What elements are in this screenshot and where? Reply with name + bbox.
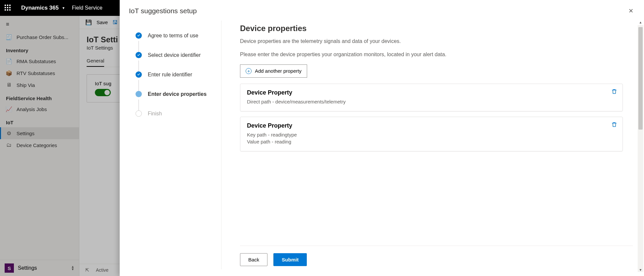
nav-rtv-substatuses[interactable]: 📦 RTV Substatuses bbox=[0, 67, 79, 79]
add-property-label: Add another property bbox=[255, 68, 302, 74]
nav-device-categories[interactable]: 🗂 Device Categories bbox=[0, 139, 79, 151]
add-property-button[interactable]: + Add another property bbox=[240, 64, 307, 78]
nav-item-label: Settings bbox=[17, 131, 34, 136]
area-switch-icon[interactable]: ▲▼ bbox=[71, 265, 74, 271]
area-label: Settings bbox=[18, 265, 67, 271]
step-done-icon bbox=[136, 71, 142, 78]
nav-group-inventory: Inventory bbox=[0, 43, 79, 55]
category-icon: 🗂 bbox=[6, 142, 12, 148]
nav-rma-substatuses[interactable]: 📄 RMA Substatuses bbox=[0, 55, 79, 67]
nav-footer[interactable]: S Settings ▲▼ bbox=[0, 260, 79, 276]
save-close-icon[interactable]: 🖫 bbox=[112, 20, 118, 25]
step-current-icon bbox=[136, 91, 142, 97]
nav-item-label: RMA Substatuses bbox=[17, 59, 56, 64]
step-done-icon bbox=[136, 32, 142, 39]
wizard-stepper: Agree to terms of use Select device iden… bbox=[136, 20, 221, 269]
step-device-properties[interactable]: Enter device properties bbox=[136, 91, 221, 97]
nav-item-label: Ship Via bbox=[17, 82, 35, 88]
record-state: Active bbox=[96, 267, 108, 273]
delete-icon[interactable] bbox=[611, 89, 617, 96]
app-name[interactable]: Field Service bbox=[72, 5, 102, 11]
panel-footer: Back Submit bbox=[240, 246, 633, 269]
step-pending-icon bbox=[136, 110, 142, 117]
device-property-card[interactable]: Device Property Key path - readingtype V… bbox=[240, 117, 623, 151]
scroll-thumb[interactable] bbox=[638, 27, 643, 130]
device-property-card[interactable]: Device Property Direct path - device/mea… bbox=[240, 84, 623, 111]
property-line: Value path - reading bbox=[247, 139, 616, 144]
hamburger-icon[interactable]: ≡ bbox=[0, 18, 79, 31]
nav-ship-via[interactable]: 🖥 Ship Via bbox=[0, 79, 79, 91]
form-heading: Device properties bbox=[240, 24, 623, 33]
analysis-icon: 📈 bbox=[6, 106, 12, 112]
step-label: Select device identifier bbox=[148, 52, 201, 58]
nav-item-label: Device Categories bbox=[17, 142, 57, 148]
step-label: Enter device properties bbox=[148, 91, 207, 97]
form-description-2: Please enter the device properties your … bbox=[240, 51, 623, 58]
property-title: Device Property bbox=[247, 122, 616, 129]
step-finish[interactable]: Finish bbox=[136, 110, 221, 117]
scroll-up-icon[interactable]: ▲ bbox=[638, 20, 643, 24]
nav-item-label: Analysis Jobs bbox=[17, 106, 47, 112]
save-button[interactable]: Save bbox=[97, 20, 108, 25]
delete-icon[interactable] bbox=[611, 122, 617, 129]
receipt-icon: 🧾 bbox=[6, 34, 12, 40]
scroll-down-icon[interactable]: ▼ bbox=[638, 267, 643, 272]
waffle-icon[interactable] bbox=[5, 5, 11, 11]
back-button[interactable]: Back bbox=[240, 253, 267, 266]
left-nav: ≡ 🧾 Purchase Order Subs... Inventory 📄 R… bbox=[0, 16, 79, 276]
panel-scrollbar[interactable]: ▲ ▼ bbox=[638, 25, 643, 272]
panel-form: Device properties Device properties are … bbox=[229, 20, 635, 269]
ship-icon: 🖥 bbox=[6, 82, 12, 88]
step-label: Finish bbox=[148, 111, 162, 117]
step-label: Agree to terms of use bbox=[148, 33, 198, 39]
submit-button[interactable]: Submit bbox=[273, 253, 307, 266]
plus-icon: + bbox=[246, 68, 252, 74]
step-terms[interactable]: Agree to terms of use bbox=[136, 32, 221, 39]
nav-group-health: FieldService Health bbox=[0, 91, 79, 103]
property-title: Device Property bbox=[247, 89, 616, 96]
chevron-down-icon[interactable]: ▾ bbox=[62, 6, 64, 10]
step-label: Enter rule identifier bbox=[148, 72, 192, 78]
panel-title: IoT suggestions setup bbox=[129, 7, 197, 15]
doc-icon: 📄 bbox=[6, 58, 12, 64]
nav-iot-settings[interactable]: ⚙ Settings bbox=[0, 127, 79, 139]
popout-icon[interactable]: ⇱ bbox=[85, 267, 89, 273]
step-done-icon bbox=[136, 52, 142, 58]
settings-icon: ⚙ bbox=[6, 130, 12, 136]
brand-name: Dynamics 365 bbox=[21, 5, 59, 11]
area-tile: S bbox=[5, 263, 14, 273]
nav-analysis-jobs[interactable]: 📈 Analysis Jobs bbox=[0, 103, 79, 115]
box-icon: 📦 bbox=[6, 70, 12, 76]
iot-suggestions-panel: IoT suggestions setup ✕ Agree to terms o… bbox=[120, 0, 644, 276]
nav-item-label: Purchase Order Subs... bbox=[17, 34, 68, 40]
close-icon[interactable]: ✕ bbox=[627, 6, 635, 16]
step-rule-identifier[interactable]: Enter rule identifier bbox=[136, 71, 221, 78]
iot-suggestions-toggle[interactable] bbox=[95, 89, 111, 96]
nav-purchase-order-subs[interactable]: 🧾 Purchase Order Subs... bbox=[0, 31, 79, 43]
nav-item-label: RTV Substatuses bbox=[17, 70, 55, 76]
form-description-1: Device properties are the telemetry sign… bbox=[240, 38, 623, 45]
save-icon: 💾 bbox=[85, 19, 92, 25]
step-device-identifier[interactable]: Select device identifier bbox=[136, 52, 221, 58]
nav-group-iot: IoT bbox=[0, 115, 79, 127]
property-line: Direct path - device/measurements/teleme… bbox=[247, 99, 616, 104]
property-line: Key path - readingtype bbox=[247, 132, 616, 138]
tab-general[interactable]: General bbox=[87, 58, 104, 67]
